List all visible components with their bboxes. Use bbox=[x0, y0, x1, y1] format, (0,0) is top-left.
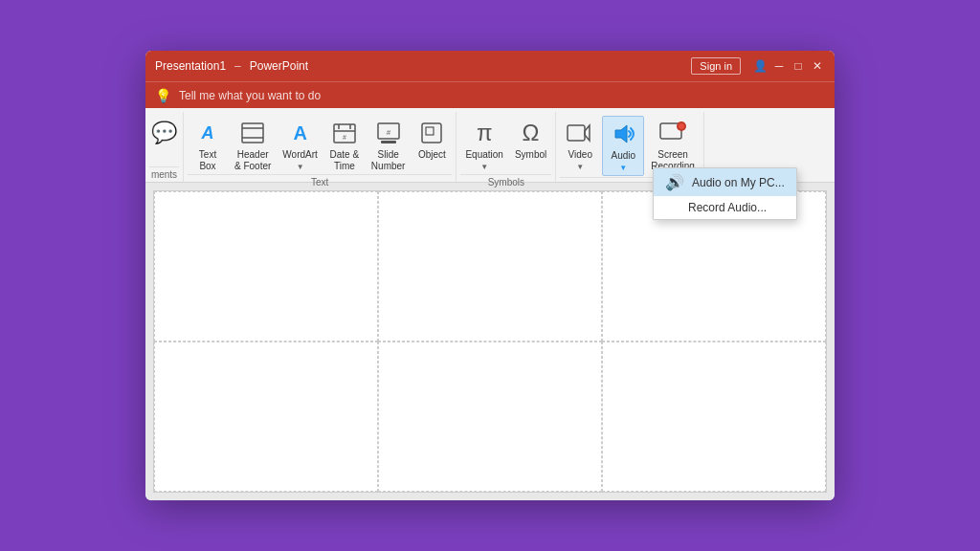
comments-group-label: ments bbox=[149, 166, 179, 182]
ribbon-group-symbols: π Equation▼ Ω Symbol Symbols bbox=[457, 112, 556, 182]
ribbon-item-slide-number[interactable]: # SlideNumber bbox=[367, 116, 411, 174]
ribbon-item-textbox[interactable]: A TextBox bbox=[188, 116, 228, 174]
sign-in-button[interactable]: Sign in bbox=[691, 57, 741, 75]
text-group-label: Text bbox=[188, 174, 452, 189]
datetime-icon: # bbox=[329, 118, 360, 148]
video-icon bbox=[565, 118, 595, 148]
svg-rect-12 bbox=[426, 127, 434, 135]
search-text[interactable]: Tell me what you want to do bbox=[179, 89, 321, 102]
powerpoint-window: Presentation1 – PowerPoint Sign in 👤 ─ □… bbox=[145, 51, 835, 500]
object-icon bbox=[416, 118, 447, 148]
ribbon-item-object[interactable]: Object bbox=[412, 116, 452, 163]
equation-label: Equation▼ bbox=[465, 149, 502, 172]
header-footer-icon bbox=[237, 118, 268, 148]
lightbulb-icon: 💡 bbox=[155, 88, 171, 103]
slide-cell-2 bbox=[378, 191, 602, 342]
slide-cell-1 bbox=[154, 191, 378, 342]
wordart-label: WordArt▼ bbox=[282, 149, 318, 172]
minimize-button[interactable]: ─ bbox=[771, 58, 787, 74]
textbox-icon: A bbox=[192, 118, 223, 148]
comments-items: 💬 bbox=[145, 112, 184, 166]
ribbon-group-text: A TextBox Header& Footer A WordArt▼ # bbox=[184, 112, 457, 182]
datetime-label: Date &Time bbox=[330, 149, 360, 172]
ribbon-item-screen-recording[interactable]: ScreenRecording bbox=[646, 116, 700, 174]
svg-rect-13 bbox=[568, 125, 585, 141]
restore-button[interactable]: □ bbox=[791, 58, 806, 74]
equation-icon: π bbox=[469, 118, 500, 148]
slide-area bbox=[145, 183, 835, 500]
svg-rect-0 bbox=[242, 123, 263, 143]
comment-icon: 💬 bbox=[149, 118, 180, 148]
ribbon-item-wordart[interactable]: A WordArt▼ bbox=[278, 116, 323, 174]
search-bar: 💡 Tell me what you want to do bbox=[145, 81, 835, 108]
slide-number-label: SlideNumber bbox=[371, 149, 406, 172]
text-items: A TextBox Header& Footer A WordArt▼ # bbox=[188, 112, 452, 174]
screen-recording-icon bbox=[657, 118, 688, 148]
ribbon-group-comments: 💬 ments bbox=[145, 112, 184, 182]
ribbon-item-datetime[interactable]: # Date &Time bbox=[324, 116, 365, 174]
wordart-icon: A bbox=[285, 118, 316, 148]
svg-marker-15 bbox=[615, 125, 627, 143]
audio-label: Audio▼ bbox=[611, 150, 635, 173]
audio-icon bbox=[608, 119, 638, 149]
symbol-icon: Ω bbox=[516, 118, 546, 148]
title-bar-text: Presentation1 – PowerPoint bbox=[155, 59, 691, 73]
svg-text:#: # bbox=[386, 128, 390, 137]
audio-on-pc-icon: 🔊 bbox=[665, 173, 684, 191]
slide-cell-6 bbox=[602, 342, 826, 492]
title-bar-controls: Sign in 👤 ─ □ ✕ bbox=[691, 57, 825, 75]
ribbon-item-comment[interactable]: 💬 bbox=[145, 116, 184, 150]
symbols-items: π Equation▼ Ω Symbol bbox=[460, 112, 551, 174]
video-label: Video▼ bbox=[568, 149, 592, 172]
ribbon-item-equation[interactable]: π Equation▼ bbox=[460, 116, 507, 174]
dropdown-item-record-audio[interactable]: Record Audio... bbox=[654, 196, 796, 219]
account-icon[interactable]: 👤 bbox=[752, 58, 768, 74]
svg-point-18 bbox=[679, 123, 684, 129]
ribbon: 💬 ments A TextBox Header& Footer A bbox=[145, 108, 835, 183]
close-button[interactable]: ✕ bbox=[810, 58, 825, 74]
svg-rect-9 bbox=[381, 141, 396, 143]
title-separator: – bbox=[234, 59, 241, 73]
object-label: Object bbox=[418, 149, 446, 161]
symbols-group-label: Symbols bbox=[460, 174, 551, 189]
svg-text:#: # bbox=[343, 134, 346, 141]
header-footer-label: Header& Footer bbox=[234, 149, 271, 172]
app-name: PowerPoint bbox=[250, 59, 308, 73]
dropdown-item-audio-on-pc[interactable]: 🔊 Audio on My PC... bbox=[654, 168, 796, 196]
ribbon-item-symbol[interactable]: Ω Symbol bbox=[510, 116, 551, 163]
audio-dropdown-menu: 🔊 Audio on My PC... Record Audio... bbox=[653, 167, 797, 220]
ribbon-item-header-footer[interactable]: Header& Footer bbox=[230, 116, 276, 174]
title-bar: Presentation1 – PowerPoint Sign in 👤 ─ □… bbox=[145, 51, 835, 81]
record-audio-label: Record Audio... bbox=[688, 201, 767, 214]
ribbon-item-video[interactable]: Video▼ bbox=[560, 116, 600, 174]
audio-on-pc-label: Audio on My PC... bbox=[692, 176, 785, 189]
slide-number-icon: # bbox=[373, 118, 404, 148]
slide-cell-5 bbox=[378, 342, 602, 492]
slide-cell-4 bbox=[154, 342, 378, 492]
document-title: Presentation1 bbox=[155, 59, 226, 73]
symbol-label: Symbol bbox=[515, 149, 546, 161]
textbox-label: TextBox bbox=[199, 149, 216, 172]
svg-rect-11 bbox=[422, 123, 441, 143]
slide[interactable] bbox=[153, 190, 827, 493]
ribbon-item-audio[interactable]: Audio▼ bbox=[602, 116, 644, 176]
